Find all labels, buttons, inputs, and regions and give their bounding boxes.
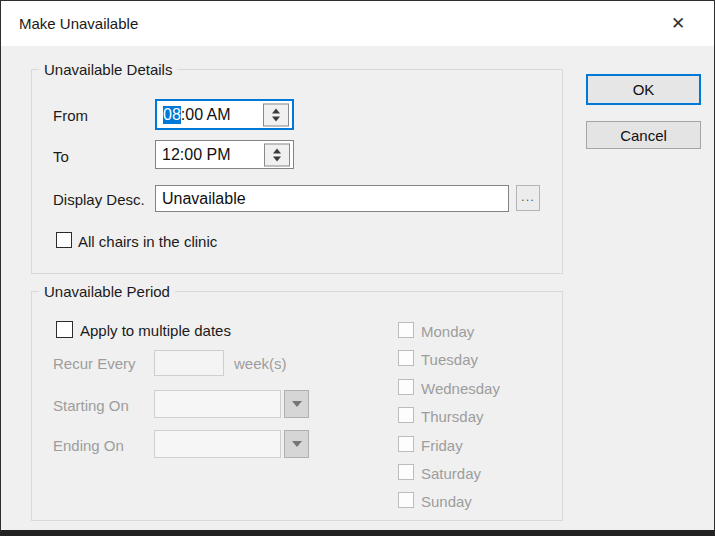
starting-on-label: Starting On (53, 397, 129, 414)
tuesday-checkbox (398, 350, 414, 366)
ok-button[interactable]: OK (586, 74, 701, 105)
starting-on-combobox (154, 390, 281, 418)
thursday-label: Thursday (421, 408, 484, 425)
saturday-label: Saturday (421, 465, 481, 482)
to-label: To (53, 148, 69, 165)
tuesday-label: Tuesday (421, 351, 478, 368)
spinner-down-icon[interactable] (272, 116, 280, 121)
from-time-field[interactable]: 08:00 AM (155, 99, 294, 130)
ending-on-label: Ending On (53, 437, 124, 454)
to-time-field[interactable]: 12:00 PM (155, 140, 294, 169)
spinner-down-icon[interactable] (273, 156, 281, 161)
make-unavailable-dialog: Make Unavailable ✕ Unavailable Details F… (0, 0, 715, 536)
title-bar: Make Unavailable ✕ (1, 1, 714, 46)
browse-button[interactable]: ... (516, 185, 540, 211)
friday-label: Friday (421, 437, 463, 454)
from-label: From (53, 107, 88, 124)
from-time-selected-segment[interactable]: 08 (163, 106, 181, 124)
wednesday-checkbox (398, 379, 414, 395)
recur-weeks-input (154, 350, 224, 376)
weeks-label: week(s) (234, 355, 287, 372)
display-desc-input[interactable]: Unavailable (155, 185, 509, 212)
to-time-value[interactable]: 12:00 PM (162, 146, 230, 164)
display-desc-value: Unavailable (162, 190, 246, 208)
sunday-label: Sunday (421, 493, 472, 510)
all-chairs-label[interactable]: All chairs in the clinic (78, 233, 217, 250)
saturday-checkbox (398, 464, 414, 480)
monday-label: Monday (421, 323, 474, 340)
from-time-spinner[interactable] (263, 103, 289, 126)
close-icon[interactable]: ✕ (655, 3, 701, 44)
display-desc-label: Display Desc. (53, 191, 145, 208)
ending-on-combobox (154, 430, 281, 458)
chevron-down-icon (292, 441, 302, 447)
monday-checkbox (398, 322, 414, 338)
to-time-spinner[interactable] (264, 143, 290, 166)
all-chairs-checkbox[interactable] (56, 232, 72, 248)
ending-on-dropdown-button (284, 430, 309, 458)
cancel-button[interactable]: Cancel (586, 121, 701, 149)
starting-on-dropdown-button (284, 390, 309, 418)
wednesday-label: Wednesday (421, 380, 500, 397)
spinner-up-icon[interactable] (272, 108, 280, 113)
group-title-period: Unavailable Period (39, 283, 175, 300)
apply-multiple-dates-checkbox[interactable] (56, 321, 73, 338)
apply-multiple-dates-label[interactable]: Apply to multiple dates (80, 322, 231, 339)
recur-every-label: Recur Every (53, 355, 136, 372)
friday-checkbox (398, 436, 414, 452)
spinner-up-icon[interactable] (273, 148, 281, 153)
window-title: Make Unavailable (19, 1, 138, 46)
chevron-down-icon (292, 401, 302, 407)
from-time-rest[interactable]: :00 AM (181, 106, 231, 124)
thursday-checkbox (398, 407, 414, 423)
sunday-checkbox (398, 492, 414, 508)
group-title-details: Unavailable Details (39, 61, 177, 78)
